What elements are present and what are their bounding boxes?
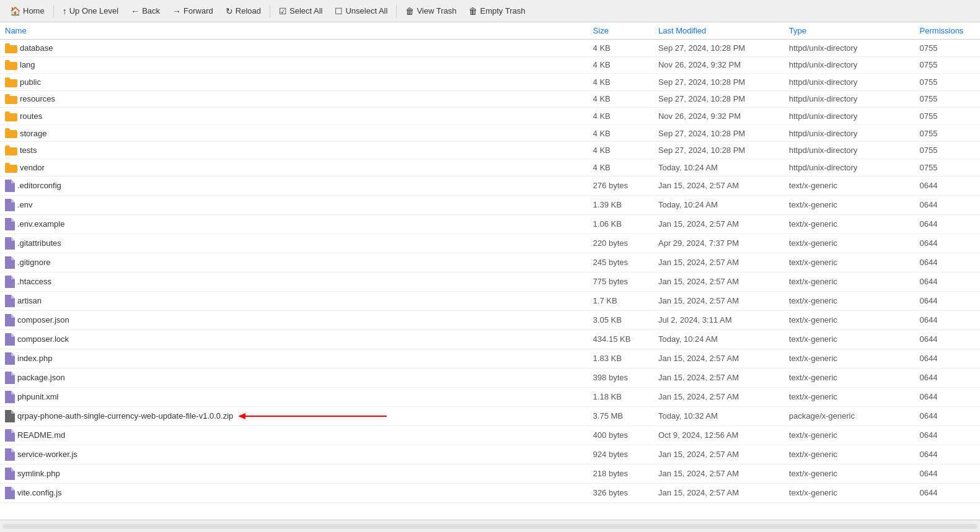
file-name-cell: package.json: [0, 368, 588, 387]
column-header-type[interactable]: Type: [784, 22, 915, 40]
svg-marker-48: [5, 468, 15, 480]
table-row[interactable]: .env1.39 KBToday, 10:24 AMtext/x-generic…: [0, 195, 980, 214]
file-name-cell: index.php: [0, 349, 588, 368]
file-table-container[interactable]: Name Size Last Modified Type Permissions…: [0, 22, 980, 520]
file-modified-cell: Sep 27, 2024, 10:28 PM: [653, 142, 784, 159]
svg-rect-15: [5, 163, 10, 166]
svg-rect-3: [5, 60, 10, 63]
checkbox-checked-icon: ☑: [279, 6, 287, 16]
table-row[interactable]: lang4 KBNov 26, 2024, 9:32 PMhttpd/unix-…: [0, 56, 980, 74]
unselect-all-button[interactable]: ☐ Unselect All: [330, 4, 392, 18]
table-row[interactable]: README.md400 bytesOct 9, 2024, 12:56 AMt…: [0, 425, 980, 445]
file-name-text: README.md: [17, 430, 65, 440]
separator-3: [396, 5, 397, 17]
file-name-cell: .editorconfig: [0, 176, 588, 195]
svg-marker-19: [11, 199, 15, 203]
svg-marker-39: [11, 391, 15, 395]
table-row[interactable]: artisan1.7 KBJan 15, 2024, 2:57 AMtext/x…: [0, 291, 980, 310]
svg-rect-7: [5, 94, 10, 97]
table-row[interactable]: resources4 KBSep 27, 2024, 10:28 PMhttpd…: [0, 90, 980, 108]
table-row[interactable]: composer.lock434.15 KBToday, 10:24 AMtex…: [0, 329, 980, 349]
file-type-cell: text/x-generic: [784, 253, 915, 272]
file-icon: [5, 448, 17, 461]
svg-marker-27: [11, 276, 15, 279]
file-size-cell: 1.06 KB: [588, 214, 653, 233]
back-label: Back: [142, 6, 160, 15]
view-trash-button[interactable]: 🗑 View Trash: [400, 4, 461, 18]
horizontal-scrollbar[interactable]: [0, 520, 980, 532]
svg-marker-38: [5, 391, 15, 403]
table-row[interactable]: phpunit.xml1.18 KBJan 15, 2024, 2:57 AMt…: [0, 387, 980, 406]
file-name-cell: routes: [0, 108, 588, 125]
file-type-cell: httpd/unix-directory: [784, 124, 915, 142]
svg-marker-21: [11, 218, 15, 222]
table-row[interactable]: routes4 KBNov 26, 2024, 9:32 PMhttpd/uni…: [0, 108, 980, 125]
table-row[interactable]: vendor4 KBToday, 10:24 AMhttpd/unix-dire…: [0, 159, 980, 176]
file-icon: [5, 218, 17, 230]
file-name-text: .gitattributes: [17, 238, 61, 248]
file-size-cell: 218 bytes: [588, 464, 653, 483]
table-row[interactable]: .htaccess775 bytesJan 15, 2024, 2:57 AMt…: [0, 272, 980, 291]
svg-marker-46: [5, 448, 15, 461]
table-row[interactable]: .gitignore245 bytesJan 15, 2024, 2:57 AM…: [0, 253, 980, 272]
table-row[interactable]: database4 KBSep 27, 2024, 10:28 PMhttpd/…: [0, 40, 980, 57]
file-modified-cell: Today, 10:24 AM: [653, 159, 784, 176]
file-type-cell: httpd/unix-directory: [784, 108, 915, 125]
table-row[interactable]: composer.json3.05 KBJul 2, 2024, 3:11 AM…: [0, 310, 980, 329]
forward-button[interactable]: → Forward: [167, 4, 218, 18]
column-header-permissions[interactable]: Permissions: [915, 22, 980, 40]
table-row[interactable]: symlink.php218 bytesJan 15, 2024, 2:57 A…: [0, 464, 980, 483]
table-row[interactable]: public4 KBSep 27, 2024, 10:28 PMhttpd/un…: [0, 74, 980, 91]
file-type-cell: text/x-generic: [784, 272, 915, 291]
file-size-cell: 4 KB: [588, 74, 653, 91]
column-header-name[interactable]: Name: [0, 22, 588, 40]
reload-button[interactable]: ↻ Reload: [221, 4, 266, 18]
svg-marker-50: [5, 487, 15, 499]
table-row[interactable]: service-worker.js924 bytesJan 15, 2024, …: [0, 445, 980, 464]
file-permissions-cell: 0755: [915, 90, 980, 108]
select-all-button[interactable]: ☑ Select All: [274, 4, 327, 18]
file-modified-cell: Today, 10:24 AM: [653, 329, 784, 349]
table-row[interactable]: storage4 KBSep 27, 2024, 10:28 PMhttpd/u…: [0, 124, 980, 142]
table-row[interactable]: package.json398 bytesJan 15, 2024, 2:57 …: [0, 368, 980, 387]
svg-rect-1: [5, 43, 10, 46]
file-type-cell: text/x-generic: [784, 483, 915, 502]
file-modified-cell: Sep 27, 2024, 10:28 PM: [653, 90, 784, 108]
svg-rect-9: [5, 111, 10, 115]
table-row[interactable]: .env.example1.06 KBJan 15, 2024, 2:57 AM…: [0, 214, 980, 233]
file-name-cell: symlink.php: [0, 464, 588, 483]
file-name-text: symlink.php: [17, 469, 60, 478]
file-size-cell: 775 bytes: [588, 272, 653, 291]
table-row[interactable]: qrpay-phone-auth-single-currency-web-upd…: [0, 406, 980, 425]
file-name-text: index.php: [17, 354, 52, 363]
table-row[interactable]: index.php1.83 KBJan 15, 2024, 2:57 AMtex…: [0, 349, 980, 368]
file-icon: [5, 468, 17, 480]
file-permissions-cell: 0644: [915, 349, 980, 368]
unselect-all-label: Unselect All: [345, 6, 387, 15]
file-type-cell: text/x-generic: [784, 214, 915, 233]
file-type-cell: text/x-generic: [784, 425, 915, 445]
file-name-cell: vendor: [0, 159, 588, 176]
back-button[interactable]: ← Back: [126, 4, 165, 18]
empty-trash-button[interactable]: 🗑 Empty Trash: [464, 4, 530, 18]
home-button[interactable]: 🏠 Home: [5, 4, 50, 18]
folder-icon: [5, 111, 20, 121]
file-size-cell: 400 bytes: [588, 425, 653, 445]
svg-marker-31: [11, 314, 15, 318]
svg-marker-24: [5, 256, 15, 269]
up-one-level-button[interactable]: ↑ Up One Level: [58, 4, 124, 18]
file-name-text: .htaccess: [17, 277, 51, 286]
file-name-cell: storage: [0, 124, 588, 142]
column-header-last-modified[interactable]: Last Modified: [653, 22, 784, 40]
table-row[interactable]: .editorconfig276 bytesJan 15, 2024, 2:57…: [0, 176, 980, 195]
folder-icon: [5, 94, 20, 105]
table-row[interactable]: .gitattributes220 bytesApr 29, 2024, 7:3…: [0, 233, 980, 253]
table-row[interactable]: tests4 KBSep 27, 2024, 10:28 PMhttpd/uni…: [0, 142, 980, 159]
file-type-cell: text/x-generic: [784, 349, 915, 368]
file-permissions-cell: 0644: [915, 272, 980, 291]
folder-icon: [5, 162, 20, 173]
table-row[interactable]: vite.config.js326 bytesJan 15, 2024, 2:5…: [0, 483, 980, 502]
file-name-cell: composer.json: [0, 310, 588, 329]
column-header-size[interactable]: Size: [588, 22, 653, 40]
file-name-cell: .gitignore: [0, 253, 588, 272]
